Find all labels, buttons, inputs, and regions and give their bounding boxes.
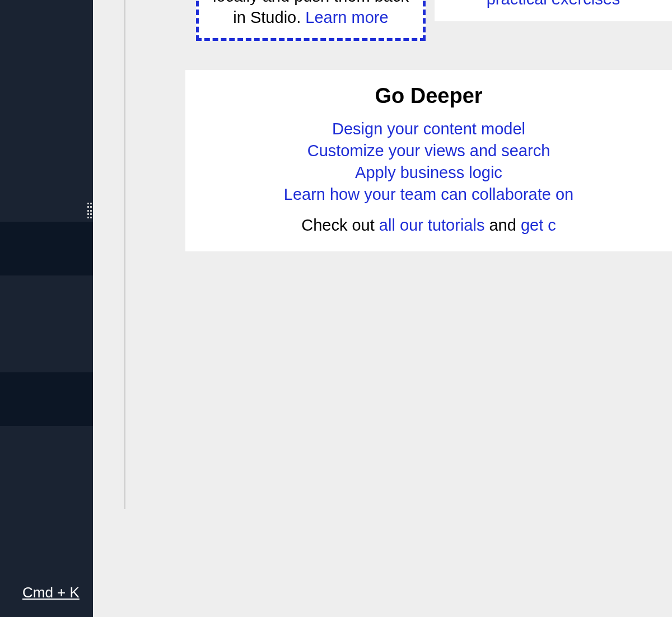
drag-handle-icon[interactable] [87,203,92,218]
link-business-logic[interactable]: Apply business logic [197,162,661,184]
link-customize-views[interactable]: Customize your views and search [197,140,661,162]
sidebar-section: Cmd + K [0,426,93,617]
footer-prefix: Check out [301,216,379,234]
sidebar: Cmd + K [0,0,93,617]
link-collaborate[interactable]: Learn how your team can collaborate on [197,184,661,205]
sidebar-section[interactable] [0,222,93,275]
divider [124,0,125,509]
card-text: locally and push them back in Studio. Le… [210,0,412,28]
footer-text: Check out all our tutorials and get c [197,216,661,235]
practical-exercises-link[interactable]: practical exercises [487,0,620,8]
learn-more-link[interactable]: Learn more [305,8,388,26]
footer-and: and [484,216,521,234]
sidebar-section [0,0,93,222]
go-deeper-card: Go Deeper Design your content model Cust… [185,70,672,251]
content-area: locally and push them back in Studio. Le… [93,0,672,617]
sidebar-section [0,275,93,372]
get-link[interactable]: get c [521,216,556,234]
sidebar-section[interactable] [0,372,93,426]
go-deeper-heading: Go Deeper [197,84,661,108]
link-list: Design your content model Customize your… [197,118,661,206]
dashed-card[interactable]: locally and push them back in Studio. Le… [196,0,426,41]
side-card: practical exercises [435,0,672,21]
tutorials-link[interactable]: all our tutorials [379,216,485,234]
keyboard-shortcut-label[interactable]: Cmd + K [22,584,80,601]
link-design-content-model[interactable]: Design your content model [197,118,661,140]
